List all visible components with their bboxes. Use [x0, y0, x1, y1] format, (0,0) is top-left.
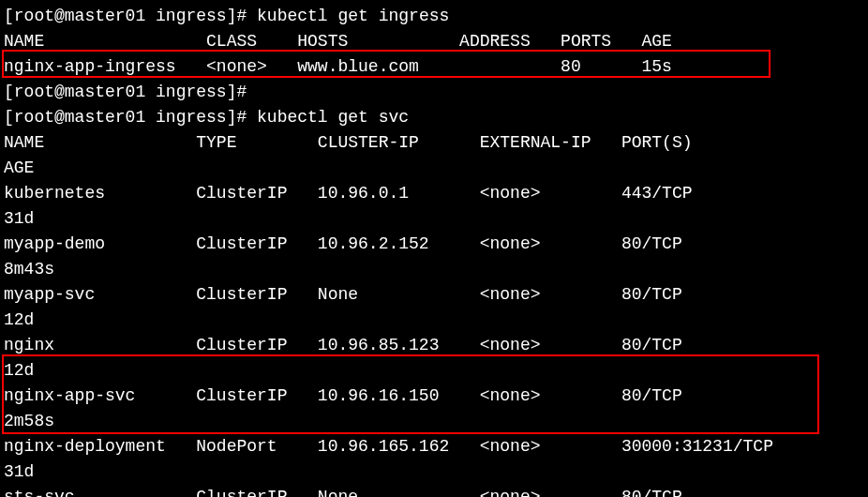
prompt-line-3: [root@master01 ingress]# kubectl get svc: [4, 105, 864, 130]
svc-row: sts-svc ClusterIP None <none> 80/TCP: [4, 485, 864, 497]
prompt-line-1: [root@master01 ingress]# kubectl get ing…: [4, 4, 864, 29]
svc-row: myapp-demo ClusterIP 10.96.2.152 <none> …: [4, 232, 864, 257]
svc-row: nginx ClusterIP 10.96.85.123 <none> 80/T…: [4, 333, 864, 358]
shell-prompt: [root@master01 ingress]#: [4, 108, 257, 127]
ingress-row: nginx-app-ingress <none> www.blue.com 80…: [4, 54, 864, 80]
command: kubectl get svc: [257, 108, 409, 127]
svc-row-age: 31d: [4, 459, 864, 485]
command: kubectl get ingress: [257, 7, 449, 25]
svc-row: nginx-app-svc ClusterIP 10.96.16.150 <no…: [4, 384, 864, 409]
svc-row: kubernetes ClusterIP 10.96.0.1 <none> 44…: [4, 181, 864, 206]
svc-header: NAME TYPE CLUSTER-IP EXTERNAL-IP PORT(S): [4, 130, 864, 156]
svc-header-age: AGE: [4, 156, 864, 181]
svc-row-age: 31d: [4, 206, 864, 232]
svc-row-age: 12d: [4, 308, 864, 333]
ingress-header: NAME CLASS HOSTS ADDRESS PORTS AGE: [4, 29, 864, 54]
shell-prompt: [root@master01 ingress]#: [4, 7, 257, 25]
svc-row: nginx-deployment NodePort 10.96.165.162 …: [4, 434, 864, 459]
svc-row-age: 8m43s: [4, 257, 864, 282]
svc-row: myapp-svc ClusterIP None <none> 80/TCP: [4, 282, 864, 308]
svc-row-age: 2m58s: [4, 409, 864, 434]
prompt-line-2: [root@master01 ingress]#: [4, 80, 864, 105]
svc-row-age: 12d: [4, 358, 864, 384]
